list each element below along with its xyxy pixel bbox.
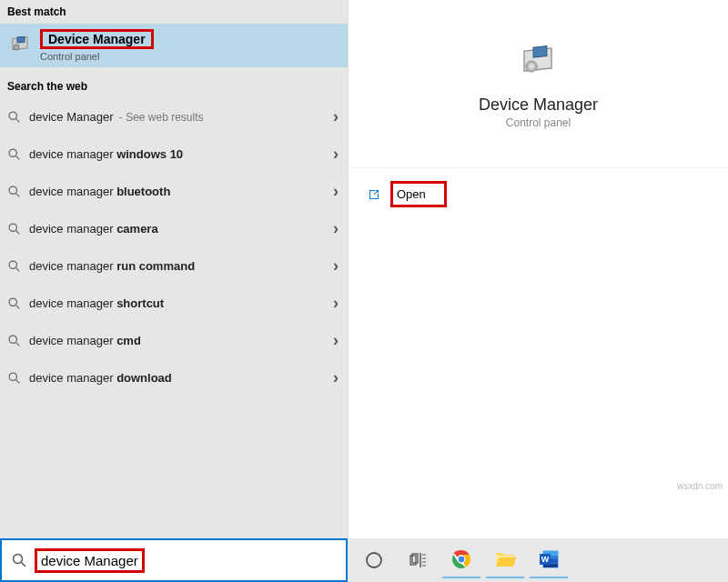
svg-text:W: W: [541, 555, 550, 564]
web-suggestion[interactable]: device Manager - See web results›: [0, 98, 348, 135]
chevron-right-icon: ›: [333, 331, 339, 350]
chevron-right-icon: ›: [333, 219, 339, 238]
svg-point-15: [9, 336, 16, 343]
svg-line-4: [16, 119, 20, 123]
web-suggestion-text: device manager shortcut: [29, 296, 164, 310]
chevron-right-icon: ›: [333, 107, 339, 126]
detail-header: Device Manager Control panel: [349, 0, 728, 168]
svg-point-13: [9, 298, 16, 306]
web-suggestion[interactable]: device manager bluetooth›: [0, 173, 348, 210]
search-icon: [7, 334, 21, 347]
watermark-text: wsxdn.com: [677, 481, 723, 491]
web-suggestion-text: device manager run command: [29, 259, 195, 273]
search-icon: [7, 222, 21, 236]
best-match-header: Best match: [0, 0, 348, 24]
task-view-icon[interactable]: [399, 542, 437, 578]
open-label: Open: [390, 181, 447, 207]
search-icon: [7, 259, 21, 273]
svg-point-22: [529, 64, 534, 69]
search-icon: [7, 371, 21, 385]
svg-point-23: [14, 555, 23, 564]
web-suggestion[interactable]: device manager windows 10›: [0, 135, 348, 173]
device-manager-icon: [7, 32, 35, 59]
svg-rect-1: [17, 36, 25, 43]
svg-line-10: [16, 231, 20, 235]
search-icon: [7, 185, 21, 198]
detail-title: Device Manager: [479, 95, 598, 115]
search-web-header: Search the web: [0, 75, 348, 98]
svg-line-18: [16, 380, 20, 384]
web-suggestion-text: device manager download: [29, 371, 172, 385]
open-action[interactable]: Open: [349, 168, 728, 220]
taskbar-file-explorer-icon[interactable]: [486, 542, 524, 578]
svg-line-6: [16, 156, 20, 160]
search-results-panel: Best match Device Manager Control panel …: [0, 0, 348, 538]
svg-line-24: [22, 563, 26, 567]
chevron-right-icon: ›: [333, 256, 339, 276]
taskbar-word-icon[interactable]: W: [530, 542, 568, 578]
web-suggestion-text: device manager camera: [29, 222, 158, 236]
web-suggestion-text: device Manager - See web results: [29, 110, 204, 124]
web-suggestion-text: device manager cmd: [29, 334, 141, 347]
web-suggestion[interactable]: device manager shortcut›: [0, 285, 348, 322]
svg-point-3: [9, 112, 16, 119]
svg-point-5: [9, 149, 16, 156]
detail-panel: Device Manager Control panel Open wsxdn.…: [348, 0, 728, 538]
search-icon: [7, 147, 21, 161]
web-suggestion-text: device manager windows 10: [29, 147, 183, 161]
device-manager-large-icon: [515, 39, 562, 86]
web-suggestion[interactable]: device manager camera›: [0, 210, 348, 247]
search-icon: [11, 552, 27, 568]
search-icon: [7, 296, 21, 310]
cortana-icon[interactable]: [355, 542, 393, 578]
svg-point-11: [9, 261, 16, 268]
search-input-value: device Manager: [35, 548, 145, 573]
svg-line-12: [16, 268, 20, 272]
detail-subtitle: Control panel: [506, 116, 571, 129]
web-suggestion[interactable]: device manager download›: [0, 359, 348, 396]
chevron-right-icon: ›: [333, 368, 339, 387]
svg-point-9: [9, 224, 16, 231]
svg-point-7: [9, 186, 16, 194]
web-suggestion-text: device manager bluetooth: [29, 185, 170, 198]
chevron-right-icon: ›: [333, 182, 339, 201]
best-match-result[interactable]: Device Manager Control panel: [0, 24, 348, 67]
web-suggestion[interactable]: device manager run command›: [0, 247, 348, 285]
search-icon: [7, 110, 21, 124]
best-match-subtitle: Control panel: [40, 51, 154, 62]
chevron-right-icon: ›: [333, 145, 339, 164]
search-box[interactable]: device Manager: [0, 538, 348, 582]
svg-rect-20: [533, 45, 547, 57]
best-match-title: Device Manager: [40, 29, 154, 49]
taskbar-chrome-icon[interactable]: [442, 542, 480, 578]
taskbar: W: [348, 538, 728, 582]
web-suggestion[interactable]: device manager cmd›: [0, 322, 348, 359]
svg-point-17: [9, 373, 16, 380]
svg-point-25: [367, 553, 381, 567]
svg-line-16: [16, 343, 20, 346]
chevron-right-icon: ›: [333, 294, 339, 313]
svg-line-8: [16, 194, 20, 197]
open-external-icon: [367, 187, 381, 202]
svg-point-2: [14, 45, 19, 50]
svg-line-14: [16, 306, 20, 309]
